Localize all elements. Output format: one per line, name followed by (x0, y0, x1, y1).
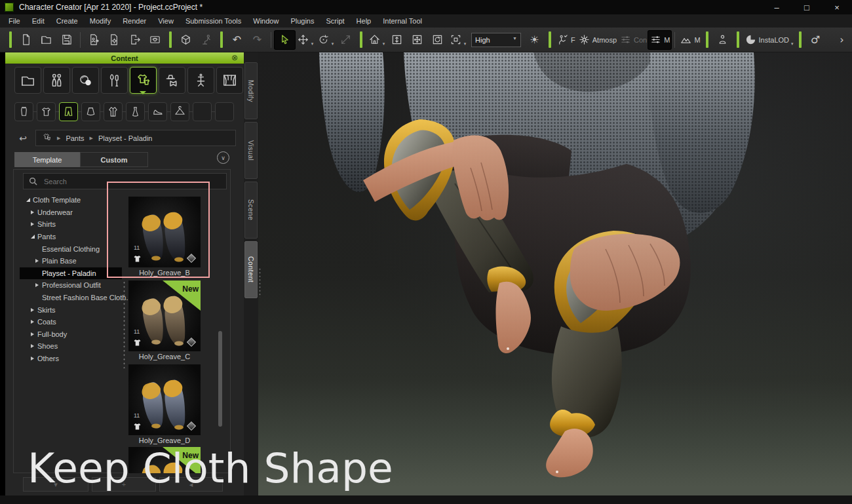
move-tool-button[interactable]: ▾ (295, 31, 315, 49)
rotate-tool-button[interactable]: ▾ (315, 31, 336, 49)
tree-item-others[interactable]: Others (20, 353, 122, 365)
tree-collapsed-icon[interactable] (31, 222, 34, 226)
open-project-button[interactable] (36, 31, 56, 49)
category-shoes-icon[interactable] (148, 102, 167, 121)
collapse-button[interactable]: ▾ (23, 477, 88, 492)
category-accessory-icon[interactable] (159, 67, 185, 94)
menu-modify[interactable]: Modify (84, 14, 117, 28)
tree-expanded-icon[interactable] (31, 235, 35, 239)
tree-item-playset-paladin[interactable]: Playset - Paladin (20, 267, 122, 280)
material-adjust-button[interactable]: M (648, 31, 671, 49)
side-tab-content[interactable]: Content (244, 241, 258, 298)
tree-item-professional-outfit[interactable]: Professional Outfit (20, 279, 122, 292)
atmosphere-button[interactable]: Atmosp (577, 31, 618, 49)
category-cloth-icon[interactable] (130, 67, 157, 94)
toolbar-overflow-button[interactable]: › (832, 31, 852, 49)
tree-item-pants[interactable]: Pants (20, 231, 122, 243)
tree-collapsed-icon[interactable] (31, 332, 34, 336)
category-skin-icon[interactable] (72, 67, 99, 94)
category-grooming-icon[interactable] (101, 67, 128, 94)
ambient-light-button[interactable]: ☀ (524, 31, 545, 49)
convert-prop-button[interactable] (176, 31, 196, 49)
maximize-button[interactable]: □ (792, 0, 822, 14)
home-view-button[interactable]: ▾ (366, 31, 387, 49)
close-button[interactable]: × (822, 0, 852, 14)
save-project-button[interactable] (56, 31, 77, 49)
collapse-panel-icon[interactable]: ∨ (217, 151, 229, 164)
category-full-outfit-icon[interactable] (14, 102, 33, 121)
tree-collapsed-icon[interactable] (31, 308, 34, 312)
tree-item-coats[interactable]: Coats (20, 316, 122, 328)
side-tab-visual[interactable]: Visual (244, 122, 258, 179)
redo-button[interactable]: ↷ (247, 31, 267, 49)
fit-vertical-button[interactable] (387, 31, 407, 49)
category-dress-icon[interactable] (126, 102, 145, 121)
flex-pose-button[interactable]: F (555, 31, 577, 49)
tree-collapsed-icon[interactable] (31, 357, 34, 360)
tree-item-essential-clothing[interactable]: Essential Clothing (20, 242, 122, 255)
breadcrumb-segment[interactable]: Pants (66, 134, 84, 142)
render-image-button[interactable] (145, 31, 165, 49)
apply-content-button[interactable]: ◂ (159, 477, 223, 492)
save-character-button[interactable] (104, 31, 125, 49)
panel-close-icon[interactable]: ⊗ (231, 53, 238, 62)
breadcrumb[interactable]: ▶ Pants ▶ Playset - Paladin (35, 130, 236, 146)
menu-submission-tools[interactable]: Submission Tools (180, 14, 247, 28)
menu-plugins[interactable]: Plugins (284, 14, 320, 28)
tab-template[interactable]: Template (14, 152, 80, 167)
physics-button[interactable]: ♂ (805, 31, 826, 49)
menu-internal-tool[interactable]: Internal Tool (377, 14, 428, 28)
category-hanger-icon[interactable] (170, 102, 189, 121)
tree-item-shirts[interactable]: Shirts (20, 218, 122, 231)
tree-collapsed-icon[interactable] (35, 259, 39, 263)
thumbnail-holy-greave-b[interactable]: 11Holy_Greave_B (126, 197, 222, 277)
new-project-button[interactable] (16, 31, 36, 49)
export-button[interactable] (125, 31, 145, 49)
category-stage-icon[interactable] (216, 67, 243, 94)
fit-all-button[interactable] (407, 31, 427, 49)
tree-item-plain-base[interactable]: Plain Base (20, 255, 122, 267)
menu-script[interactable]: Script (320, 14, 350, 28)
quality-dropdown[interactable]: High▼ (471, 33, 521, 47)
frame-selection-button[interactable]: ▾ (448, 31, 468, 49)
category-pants-icon[interactable] (59, 102, 78, 121)
tab-custom[interactable]: Custom (80, 152, 148, 167)
breadcrumb-back-icon[interactable]: ↩ (14, 131, 31, 145)
scale-tool-button[interactable] (336, 31, 356, 49)
tree-collapsed-icon[interactable] (35, 283, 39, 287)
tree-collapsed-icon[interactable] (31, 210, 34, 214)
category-empty-slot-icon[interactable] (193, 102, 212, 121)
menu-window[interactable]: Window (247, 14, 284, 28)
category-furniture-icon[interactable] (187, 67, 214, 94)
thumbnail-holy-greave-c[interactable]: 11NewHoly_Greave_C (126, 281, 222, 360)
category-shirt-icon[interactable] (37, 102, 56, 121)
menu-create[interactable]: Create (50, 14, 84, 28)
orbit-camera-button[interactable] (427, 31, 448, 49)
tree-item-cloth-template[interactable]: Cloth Template (20, 194, 122, 206)
undo-button[interactable]: ↶ (227, 31, 247, 49)
category-skirt-icon[interactable] (81, 102, 100, 121)
panel-drag-handle[interactable] (258, 267, 261, 298)
constraint-button[interactable]: Con (618, 31, 648, 49)
tree-expanded-icon[interactable] (26, 198, 30, 202)
side-tab-modify[interactable]: Modify (244, 62, 258, 119)
thumbnail-scrollbar[interactable] (218, 331, 222, 427)
select-tool-button[interactable] (275, 31, 295, 49)
category-template-folder-icon[interactable] (14, 67, 41, 94)
tree-item-full-body[interactable]: Full-body (20, 328, 122, 341)
side-tab-scene[interactable]: Scene (244, 182, 258, 239)
menu-edit[interactable]: Edit (26, 14, 50, 28)
category-avatar-icon[interactable] (43, 67, 70, 94)
instalod-button[interactable]: InstaLOD▾ (743, 31, 795, 49)
character-preset-button[interactable] (712, 31, 733, 49)
tree-collapsed-icon[interactable] (31, 320, 34, 324)
minimize-button[interactable]: – (762, 0, 792, 14)
mesh-edit-button[interactable]: M (678, 31, 701, 49)
category-empty-slot-icon[interactable] (215, 102, 234, 121)
category-coat-icon[interactable] (104, 102, 123, 121)
add-content-button[interactable]: + (92, 477, 156, 492)
menu-help[interactable]: Help (351, 14, 378, 28)
tree-collapsed-icon[interactable] (31, 344, 34, 348)
thumbnail-partial[interactable]: New (126, 447, 222, 473)
viewport-3d[interactable] (258, 52, 852, 495)
